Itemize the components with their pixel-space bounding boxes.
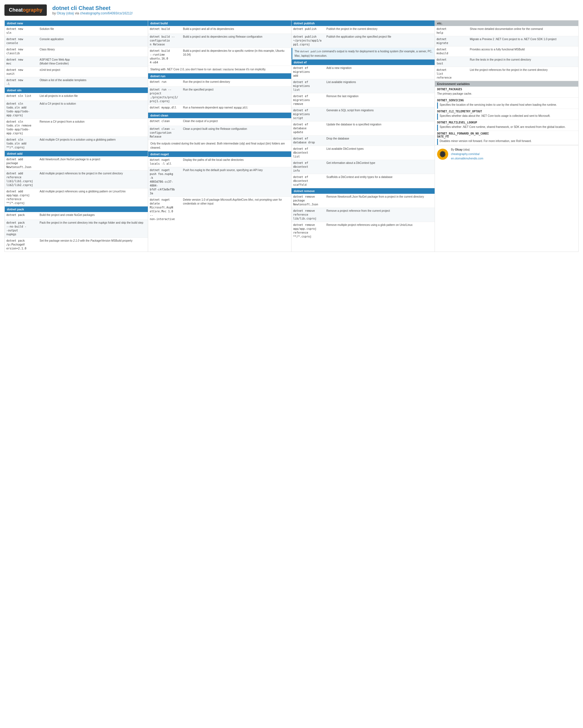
desc-cell: Remove multiple project references using… xyxy=(326,223,433,227)
desc-cell: Remove Newtonsoft.Json NuGet package fro… xyxy=(326,195,433,199)
cheatography-link[interactable]: cheatography.com/64093/cs/16212/ xyxy=(80,11,133,15)
author-avatar xyxy=(437,149,448,160)
table-row: dotnet publish Publish the project in th… xyxy=(292,26,435,34)
table-row: dotnet efmigrationsadd Add a new migrati… xyxy=(292,65,435,79)
cmd-cell: dotnet efdbcontextlist xyxy=(293,147,326,159)
table-row: dotnet pack--no-build --outputnupkgs Pac… xyxy=(5,220,148,238)
table-row: dotnet run Run the project in the curren… xyxy=(148,79,291,87)
section-header-dotnet-clean: dotnet clean xyxy=(148,113,291,118)
env-var-telemetry-name: DOTNET_CLI_TELEMETRY_OPTOUT xyxy=(435,109,578,113)
cmd-cell: dotnet efmigrationsremove xyxy=(293,95,326,106)
section-header-dotnet-publish: dotnet publish xyxy=(292,21,435,26)
section-dotnet-ef: dotnet ef dotnet efmigrationsadd Add a n… xyxy=(292,59,435,188)
desc-cell: Push foo.nupkg to the default push sourc… xyxy=(183,168,289,172)
cmd-cell: dotnet efdbcontextscaffold xyxy=(293,175,326,187)
table-row: dotnet pack Build the project and create… xyxy=(5,212,148,220)
table-row: dotnet efdatabaseupdate Update the datab… xyxy=(292,122,435,136)
cmd-cell: dotnet nugetpush foo.nupkg-k4003d786-cc3… xyxy=(150,168,183,196)
table-row: dotnetlistreference List the project ref… xyxy=(435,67,578,81)
desc-cell: Set the package version to 2.1.0 with th… xyxy=(40,239,146,243)
section-dotnet-remove: dotnet remove dotnet removepackageNewton… xyxy=(292,188,435,240)
section-header-dotnet-remove: dotnet remove xyxy=(292,188,435,194)
cmd-cell: dotnetmsbuild xyxy=(436,48,470,55)
desc-cell: Build a project and all of its dependenc… xyxy=(183,27,289,31)
desc-cell: Add multiple project references using a … xyxy=(40,190,146,193)
section-dotnet-add: dotnet add dotnet addpackageNewtonsoft.J… xyxy=(5,151,148,207)
section-dotnet-pack: dotnet pack dotnet pack Build the projec… xyxy=(5,207,148,252)
publish-note: The dotnet publish command's output is r… xyxy=(292,48,435,59)
section-dotnet-build: dotnet build dotnet build Build a projec… xyxy=(148,21,291,73)
table-row: dotnet sln list List all projects in a s… xyxy=(5,93,148,101)
table-row: dotnetmigrate Migrate a Preview 2 .NET C… xyxy=(435,36,578,47)
table-row: dotnet removepackageNewtonsoft.Json Remo… xyxy=(292,194,435,208)
author-personal-link[interactable]: en.otomatikmuhendis.com xyxy=(451,157,483,160)
desc-cell: Run the specified project xyxy=(183,88,289,92)
cmd-cell: dotnet slntodo.sln add**/*.csproj xyxy=(6,138,40,150)
env-var-servicing-name: DOTNET_SERVICING xyxy=(435,98,578,102)
table-row: dotnet pack/p:PackageVersion=2.1.0 Set t… xyxy=(5,238,148,252)
table-row: dotnet newsln Solution file xyxy=(5,26,148,36)
section-header-dotnet-run: dotnet run xyxy=(148,73,291,79)
cmd-cell: dotnet efmigrationsadd xyxy=(293,66,326,78)
table-row: dotnethelp Show more detailed documentat… xyxy=(435,26,578,36)
cmd-cell: dotnettest xyxy=(436,58,470,66)
desc-cell: Run the tests in the project in the curr… xyxy=(470,58,577,62)
cmd-cell: dotnet newxunit xyxy=(6,68,40,76)
author-box: By Olcay (oba) cheatography.com/oba/ en.… xyxy=(435,145,578,163)
cmd-cell: dotnet efmigrationslist xyxy=(293,80,326,92)
table-row: dotnet slntodo.sln removetodo-app/todo-a… xyxy=(5,119,148,137)
section-dotnet-new: dotnet new dotnet newsln Solution file d… xyxy=(5,21,148,87)
env-var-servicing-desc: Specifies the location of the servicing … xyxy=(437,102,578,109)
section-dotnet-sln: dotnet sln dotnet sln list List all proj… xyxy=(5,87,148,151)
desc-cell: Remove the last migration xyxy=(326,95,433,98)
table-row: dotnet efdbcontextscaffold Scaffolds a D… xyxy=(292,174,435,188)
page-header: Cheatography dotnet cli Cheat Sheet by O… xyxy=(4,4,579,16)
table-row: dotnet build --configuration Release Bui… xyxy=(148,34,291,48)
section-header-dotnet-add: dotnet add xyxy=(5,151,148,156)
build-note: Starting with .NET Core 2.0, you don't h… xyxy=(148,66,291,73)
desc-cell: Build a project and its dependencies for… xyxy=(183,49,289,57)
section-etc: etc. dotnethelp Show more detailed docum… xyxy=(435,21,578,81)
author-link[interactable]: Olcay (oba) xyxy=(57,11,74,15)
desc-cell: xUnit test project xyxy=(40,68,146,72)
desc-cell: Delete version 1.0 of package Microsoft.… xyxy=(183,198,289,206)
section-dotnet-publish: dotnet publish dotnet publish Publish th… xyxy=(292,21,435,59)
section-header-dotnet-build: dotnet build xyxy=(148,21,291,26)
desc-cell: Drop the database xyxy=(326,137,433,140)
desc-cell: Scaffolds a DbContext and entity types f… xyxy=(326,175,433,179)
cmd-cell: dotnet slntodo.sln removetodo-app/todo-a… xyxy=(6,120,40,135)
page-byline: by Olcay (oba) via cheatography.com/6409… xyxy=(52,11,133,15)
desc-cell: Update the database to a specified migra… xyxy=(326,123,433,127)
table-row: dotnet build--runtimeubuntu.16.04-x64 Bu… xyxy=(148,48,291,66)
table-row: dotnet newmvc ASP.NET Core Web App(Model… xyxy=(5,57,148,67)
desc-cell: Class library xyxy=(40,48,146,51)
table-row: dotnet newclasslib Class library xyxy=(5,47,148,57)
main-grid: dotnet new dotnet newsln Solution file d… xyxy=(4,20,579,252)
section-dotnet-run: dotnet run dotnet run Run the project in… xyxy=(148,73,291,113)
desc-cell: List all projects in a solution file xyxy=(40,94,146,98)
author-cheatography-link[interactable]: cheatography.com/oba/ xyxy=(451,153,480,156)
desc-cell: Add a new migration xyxy=(326,66,433,70)
table-row: dotnet nugetlocals -l all Display the pa… xyxy=(148,157,291,167)
desc-cell: Provides access to a fully functional MS… xyxy=(470,48,577,51)
table-row: dotnet slntodo.sln addtodo-app/todo-app.… xyxy=(5,101,148,119)
cmd-cell: dotnet efdbcontextinfo xyxy=(293,161,326,173)
desc-cell: Console application xyxy=(40,37,146,41)
cmd-cell: dotnet removepackageNewtonsoft.Json xyxy=(293,195,326,207)
table-row: dotnet clean Clean the output of a proje… xyxy=(148,118,291,126)
cmd-cell: dotnet addreferencelib1/lib1.csprojlib2/… xyxy=(6,172,40,187)
section-header-env-vars: Environment variables xyxy=(435,81,578,87)
desc-cell: List available migrations xyxy=(326,80,433,84)
desc-cell: Show more detailed documentation online … xyxy=(470,27,577,31)
env-var-multilevel-name: DOTNET_MULTILEVEL_LOOKUP xyxy=(435,120,578,125)
table-row: dotnet efmigrationsremove Remove the las… xyxy=(292,93,435,107)
cmd-cell: dotnet run xyxy=(150,80,183,84)
column-2: dotnet build dotnet build Build a projec… xyxy=(148,21,292,252)
cmd-cell: dotnet newconsole xyxy=(6,37,40,45)
clean-note: Only the outputs created during the buil… xyxy=(148,140,291,151)
cmd-cell: dotnet myapp.dll xyxy=(150,106,183,110)
cmd-cell: dotnetmigrate xyxy=(436,37,470,45)
table-row: dotnet efdatabase drop Drop the database xyxy=(292,136,435,146)
desc-cell: Display the paths of all the local cache… xyxy=(183,158,289,162)
author-info: By Olcay (oba) cheatography.com/oba/ en.… xyxy=(451,148,483,161)
